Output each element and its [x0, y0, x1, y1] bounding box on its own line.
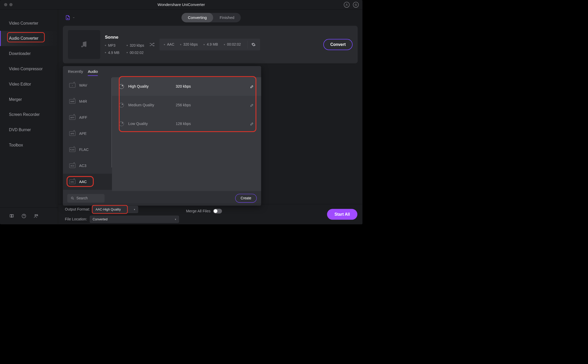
search-input[interactable]: Search — [67, 194, 105, 202]
file-name: Sonne — [105, 34, 144, 40]
disc-icon — [119, 121, 124, 126]
format-badge-icon: ♪ — [69, 83, 76, 87]
format-aac[interactable]: AAC AAC — [63, 174, 112, 190]
status-tabs: Converting Finished — [181, 13, 241, 23]
help-icon[interactable] — [21, 213, 26, 219]
quality-rate: 256 kbps — [176, 103, 191, 107]
sidebar-item-merger[interactable]: Merger — [0, 92, 58, 107]
dst-size: 4.9 MB — [203, 43, 218, 47]
tab-audio[interactable]: Audio — [88, 69, 98, 76]
merge-toggle[interactable] — [213, 209, 222, 213]
sidebar-item-toolbox[interactable]: Toolbox — [0, 137, 58, 153]
sidebar-item-video-converter[interactable]: Video Converter — [0, 16, 58, 31]
sidebar-item-label: Audio Converter — [9, 36, 38, 41]
tab-finished[interactable]: Finished — [213, 13, 241, 23]
quality-label: Low Quality — [128, 122, 176, 126]
format-m4r[interactable]: M4RM4R — [63, 93, 112, 109]
src-size: 4.9 MB — [105, 51, 119, 55]
svg-point-2 — [35, 214, 36, 216]
tab-recently[interactable]: Recently — [68, 69, 83, 76]
dst-codec: AAC — [164, 43, 174, 47]
quality-medium[interactable]: Medium Quality 256 kbps — [112, 96, 261, 115]
output-format-value: AAC-High Quality — [95, 207, 121, 211]
quality-rate: 320 kbps — [176, 84, 191, 89]
quality-low[interactable]: Low Quality 128 kbps — [112, 114, 261, 133]
svg-point-3 — [37, 214, 38, 215]
chevron-down-icon: ▾ — [175, 218, 176, 220]
format-list: ♪WAV M4RM4R AIFFAIFF APEAPE FLACFLAC AC3… — [63, 77, 112, 191]
book-icon[interactable] — [9, 213, 14, 219]
audio-thumbnail[interactable] — [68, 30, 100, 59]
format-badge-icon: AIFF — [69, 115, 76, 120]
sidebar-item-label: Video Editor — [9, 82, 31, 86]
output-format-label: Output Format: — [65, 207, 90, 212]
src-duration: 00:02:02 — [126, 51, 144, 55]
format-label: WAV — [79, 83, 87, 87]
src-bitrate: 320 kbps — [126, 43, 144, 47]
dst-bitrate: 320 kbps — [180, 43, 198, 47]
format-label: AC3 — [79, 163, 86, 168]
sidebar-item-label: Toolbox — [9, 143, 23, 147]
sidebar-item-label: Screen Recorder — [9, 112, 40, 117]
format-badge-icon: AC3 — [69, 163, 76, 168]
search-icon — [71, 196, 74, 200]
sidebar-item-video-editor[interactable]: Video Editor — [0, 76, 58, 92]
format-label: M4R — [79, 99, 87, 103]
output-summary[interactable]: AAC 320 kbps 4.9 MB 00:02:02 — [159, 39, 260, 51]
create-button[interactable]: Create — [235, 194, 257, 203]
format-wav[interactable]: ♪WAV — [63, 77, 112, 93]
edit-icon[interactable] — [250, 122, 254, 126]
add-file-button[interactable] — [65, 15, 75, 20]
file-location-label: File Location: — [65, 217, 87, 221]
convert-button[interactable]: Convert — [323, 39, 353, 50]
quality-label: High Quality — [128, 84, 176, 89]
share-icon[interactable] — [33, 213, 39, 219]
sidebar-item-label: Merger — [9, 97, 22, 102]
format-popover: Recently Audio ♪WAV M4RM4R AIFFAIFF APEA… — [63, 66, 261, 206]
dst-duration: 00:02:02 — [224, 43, 241, 47]
titlebar: Wondershare UniConverter — [0, 0, 363, 10]
sidebar-item-downloader[interactable]: Downloader — [0, 46, 58, 61]
edit-icon[interactable] — [250, 85, 254, 89]
format-badge-icon: FLAC — [69, 147, 76, 152]
output-format-select[interactable]: AAC-High Quality ▾ — [93, 206, 138, 213]
file-location-select[interactable]: Converted ▾ — [90, 216, 179, 223]
sidebar: Video Converter Audio Converter Download… — [0, 10, 58, 225]
format-aiff[interactable]: AIFFAIFF — [63, 109, 112, 125]
chevron-down-icon — [72, 16, 75, 19]
format-ape[interactable]: APEAPE — [63, 125, 112, 142]
tab-converting[interactable]: Converting — [181, 13, 213, 23]
disc-icon — [119, 84, 124, 89]
app-title: Wondershare UniConverter — [0, 2, 363, 7]
sidebar-item-video-compressor[interactable]: Video Compressor — [0, 61, 58, 76]
file-card: Sonne MP3 4.9 MB 320 kbps 00:02:02 — [63, 26, 358, 63]
sidebar-item-audio-converter[interactable]: Audio Converter — [0, 31, 58, 46]
sidebar-item-screen-recorder[interactable]: Screen Recorder — [0, 107, 58, 122]
edit-icon[interactable] — [250, 103, 254, 107]
svg-point-4 — [71, 197, 73, 199]
file-location-value: Converted — [93, 217, 107, 221]
format-badge-icon: APE — [69, 131, 76, 136]
quality-label: Medium Quality — [128, 103, 176, 107]
sidebar-item-dvd-burner[interactable]: DVD Burner — [0, 122, 58, 137]
format-badge-icon: AAC — [69, 180, 76, 184]
shuffle-icon — [149, 42, 155, 47]
format-ac3[interactable]: AC3AC3 — [63, 158, 112, 174]
quality-high[interactable]: High Quality 320 kbps — [112, 77, 261, 96]
sidebar-item-label: Video Converter — [9, 21, 38, 25]
format-label: APE — [79, 131, 87, 136]
disc-icon — [119, 103, 124, 107]
quality-list: High Quality 320 kbps Medium Quality 256… — [112, 77, 261, 191]
start-all-button[interactable]: Start All — [327, 209, 357, 220]
gear-icon[interactable] — [248, 40, 256, 48]
format-label: AAC — [79, 180, 87, 184]
format-badge-icon: M4R — [69, 99, 76, 103]
chevron-down-icon: ▾ — [134, 208, 135, 211]
bottom-bar: Output Format: AAC-High Quality ▾ File L… — [58, 204, 363, 224]
format-flac[interactable]: FLACFLAC — [63, 142, 112, 158]
src-codec: MP3 — [105, 43, 119, 47]
sidebar-item-label: Downloader — [9, 51, 31, 56]
format-label: FLAC — [79, 147, 89, 152]
format-label: AIFF — [79, 115, 87, 120]
quality-rate: 128 kbps — [176, 122, 191, 126]
